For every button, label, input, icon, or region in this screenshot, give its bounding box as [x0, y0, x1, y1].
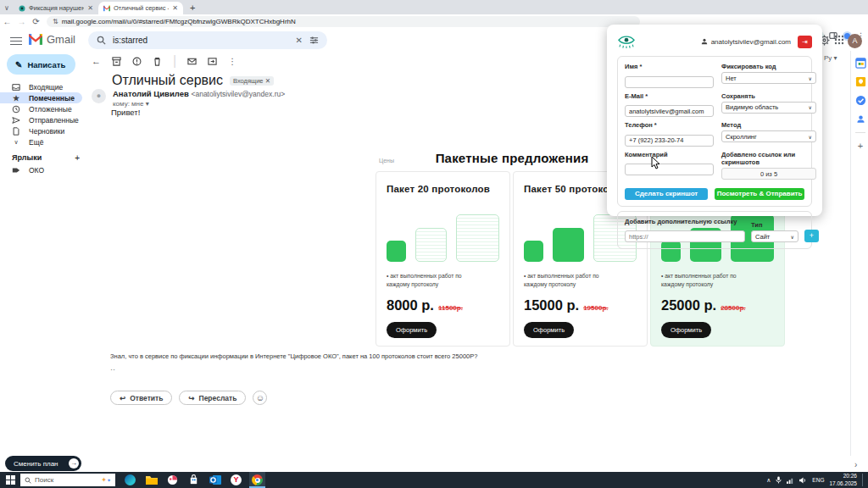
yandex-taskbar-icon[interactable]: Y: [228, 472, 244, 488]
sidebar-item-sent[interactable]: Отправленные: [0, 114, 82, 125]
order-button[interactable]: Оформить: [387, 322, 437, 338]
browser-tab-1[interactable]: Фиксация нарушений в инте ✕: [14, 2, 98, 14]
sidebar-item-inbox[interactable]: Входящие: [0, 81, 82, 92]
mark-unread-icon[interactable]: [187, 57, 197, 66]
change-plan-button[interactable]: Сменить план →: [5, 456, 81, 471]
move-to-icon[interactable]: [208, 57, 217, 66]
type-select[interactable]: Сайт∨: [751, 230, 798, 242]
compose-button[interactable]: ✎ Написать: [7, 54, 75, 75]
clear-search-icon[interactable]: ✕: [296, 36, 303, 45]
ms-store-taskbar-icon[interactable]: [186, 472, 202, 488]
email-sender-row: ● Анатолий Цивилев <anatoliytsivilev@yan…: [92, 89, 285, 108]
gmail-brand-text: Gmail: [47, 33, 75, 46]
method-select[interactable]: Скроллинг∨: [721, 130, 816, 142]
more-actions-icon[interactable]: ⋮: [228, 57, 236, 66]
chevron-down-icon: ∨: [809, 104, 812, 110]
take-screenshot-button[interactable]: Сделать скриншот: [625, 188, 708, 200]
taskbar-clock[interactable]: 20:26 17.06.2025: [829, 473, 857, 486]
calendar-icon[interactable]: [855, 58, 866, 69]
back-icon[interactable]: ←: [0, 17, 14, 26]
back-to-list-icon[interactable]: ←: [92, 56, 101, 66]
capture-select[interactable]: Видимую область∨: [721, 102, 816, 114]
show-trimmed-content-button[interactable]: ‥: [110, 363, 116, 372]
taskbar-search[interactable]: Поиск ✦✦: [20, 474, 115, 486]
sidebar-label-oko[interactable]: ОКО: [0, 164, 82, 175]
inbox-badge[interactable]: Входящие ✕: [230, 76, 274, 86]
person-icon: [701, 38, 708, 45]
create-label-plus-icon[interactable]: +: [75, 153, 80, 163]
search-input[interactable]: [113, 36, 289, 45]
forward-button[interactable]: ↪ Переслать: [179, 391, 246, 405]
order-button[interactable]: Оформить: [524, 322, 574, 338]
add-link-button[interactable]: +: [804, 230, 819, 242]
side-panel-divider: [850, 51, 851, 456]
email-subject: Отличный сервис: [112, 73, 223, 88]
name-label: Имя *: [625, 63, 714, 70]
recipient-row[interactable]: кому: мне ▾: [113, 100, 285, 108]
archive-icon[interactable]: [112, 57, 121, 66]
sender-email: <anatoliytsivilev@yandex.ru>: [191, 90, 285, 98]
contacts-icon[interactable]: [855, 114, 866, 125]
sidebar-item-drafts[interactable]: Черновики: [0, 125, 82, 136]
sidebar-item-starred[interactable]: ★ Помеченные: [0, 92, 82, 103]
hide-side-panel-chevron-icon[interactable]: ›: [854, 460, 857, 469]
phone-input[interactable]: [625, 135, 714, 147]
language-indicator[interactable]: ENG: [812, 477, 824, 483]
new-tab-button[interactable]: +: [190, 2, 195, 14]
forward-icon[interactable]: →: [14, 17, 29, 26]
tab-close-icon[interactable]: ✕: [172, 4, 178, 12]
microphone-tray-icon[interactable]: [776, 476, 782, 484]
keep-icon[interactable]: [855, 76, 866, 87]
paint-taskbar-icon[interactable]: [164, 472, 181, 488]
edge-taskbar-icon[interactable]: [122, 472, 138, 488]
show-desktop-button[interactable]: [862, 474, 865, 486]
search-icon[interactable]: [97, 36, 106, 45]
email-input[interactable]: [625, 105, 714, 117]
input-language-selector[interactable]: Ру ▾: [824, 54, 837, 62]
file-explorer-taskbar-icon[interactable]: [143, 472, 159, 488]
tab-close-icon[interactable]: ✕: [87, 4, 93, 12]
tab-search-chevron-icon[interactable]: ∨: [0, 3, 14, 14]
sender-avatar[interactable]: ●: [92, 89, 106, 103]
volume-tray-icon[interactable]: [799, 477, 807, 484]
outlook-taskbar-icon[interactable]: [207, 472, 223, 488]
network-tray-icon[interactable]: [787, 477, 794, 484]
tasks-icon[interactable]: [855, 95, 866, 106]
chevron-down-icon: ∨: [12, 139, 20, 146]
browser-tabstrip: ∨ Фиксация нарушений в инте ✕ Отличный с…: [0, 0, 868, 14]
review-and-send-button[interactable]: Посмотреть & Отправить: [715, 188, 804, 200]
get-addons-plus-icon[interactable]: +: [858, 141, 863, 151]
reply-button[interactable]: ↩ Ответить: [110, 391, 172, 405]
oko-site-favicon-icon: [19, 5, 25, 12]
email-subject-row: Отличный сервис Входящие ✕: [112, 73, 274, 88]
logout-button[interactable]: ⇥: [798, 36, 812, 48]
sidebar-item-snoozed[interactable]: Отложенные: [0, 103, 82, 114]
chrome-taskbar-icon[interactable]: [249, 472, 265, 488]
start-button[interactable]: [0, 475, 20, 485]
name-input[interactable]: [625, 76, 714, 88]
site-info-icon[interactable]: ⇅: [53, 18, 58, 25]
hidden-icons-chevron-icon[interactable]: ∧: [766, 477, 771, 484]
email-body-text: Привет!: [111, 108, 140, 117]
address-bar[interactable]: ⇅ mail.google.com/mail/u/0/#starred/FMfc…: [47, 16, 640, 27]
sidebar-item-more[interactable]: ∨ Ещё: [0, 136, 82, 147]
card-title: Пакет 20 протоколов: [387, 184, 499, 194]
extra-link-input[interactable]: [625, 230, 745, 242]
google-apps-grid-icon[interactable]: [834, 35, 844, 45]
gmail-account-avatar[interactable]: A: [848, 34, 862, 48]
search-filter-icon[interactable]: [309, 36, 319, 45]
comment-input[interactable]: [625, 164, 714, 175]
delete-icon[interactable]: [153, 57, 162, 66]
card-price: 25000 р.: [661, 297, 716, 313]
report-spam-icon[interactable]: [132, 57, 142, 66]
main-menu-icon[interactable]: [10, 35, 22, 47]
browser-tab-2-active[interactable]: Отличный сервис - anatolytsi ✕: [98, 2, 183, 14]
arrow-right-icon: →: [69, 458, 79, 469]
screen: ∨ Фиксация нарушений в инте ✕ Отличный с…: [0, 0, 868, 488]
reload-icon[interactable]: ⟳: [29, 17, 43, 26]
popup-form-card: Имя * Фиксировать код Нет∨ E-Mail * Сохр…: [617, 56, 812, 207]
order-button[interactable]: Оформить: [661, 322, 711, 338]
fixcode-select[interactable]: Нет∨: [721, 72, 816, 84]
emoji-reaction-button[interactable]: ☺: [253, 391, 267, 405]
gmail-search-bar[interactable]: ✕: [88, 31, 327, 49]
